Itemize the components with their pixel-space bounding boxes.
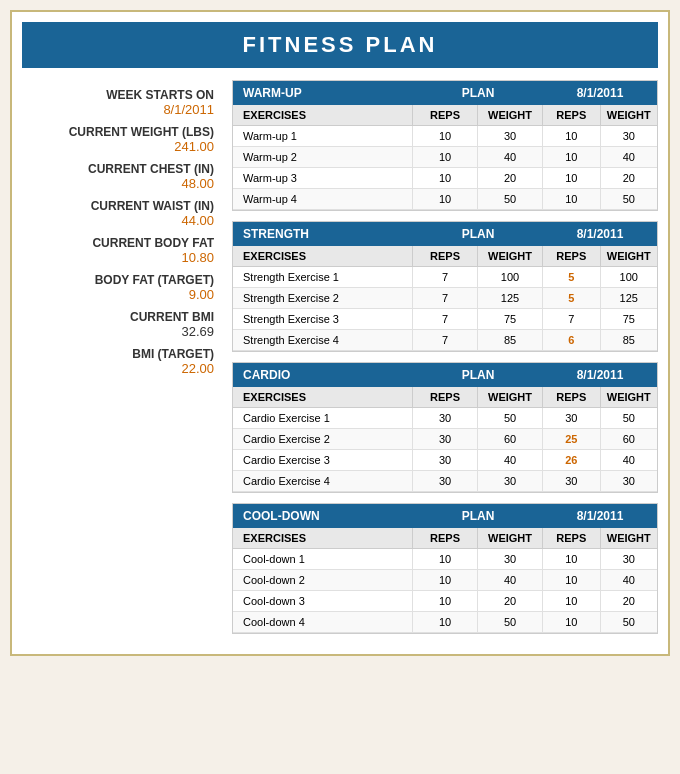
cardio-reps-2: 30 <box>413 429 478 449</box>
strength-col-ex: EXERCISES <box>233 246 413 266</box>
cardio-ex-2: Cardio Exercise 2 <box>233 429 413 449</box>
warmup-dweight-2: 40 <box>601 147 658 167</box>
warmup-header: WARM-UP PLAN 8/1/2011 <box>233 81 657 105</box>
warmup-weight-1: 30 <box>478 126 543 146</box>
cooldown-dweight-4: 50 <box>601 612 658 632</box>
strength-reps-1: 7 <box>413 267 478 287</box>
cooldown-row-1: Cool-down 1 10 30 10 30 <box>233 549 657 570</box>
strength-reps-3: 7 <box>413 309 478 329</box>
cooldown-dreps-1: 10 <box>543 549 601 569</box>
current-chest-value: 48.00 <box>22 176 214 191</box>
cooldown-dreps-3: 10 <box>543 591 601 611</box>
warmup-reps-2: 10 <box>413 147 478 167</box>
cooldown-reps-2: 10 <box>413 570 478 590</box>
cardio-dweight-3: 40 <box>601 450 658 470</box>
cooldown-reps-3: 10 <box>413 591 478 611</box>
cardio-dreps-3: 26 <box>543 450 601 470</box>
page-title: FITNESS PLAN <box>22 22 658 68</box>
cardio-dweight-1: 50 <box>601 408 658 428</box>
cardio-dreps-2: 25 <box>543 429 601 449</box>
week-starts-value: 8/1/2011 <box>22 102 214 117</box>
warmup-dreps-3: 10 <box>543 168 601 188</box>
cardio-dweight-4: 30 <box>601 471 658 491</box>
warmup-ex-4: Warm-up 4 <box>233 189 413 209</box>
cooldown-weight-1: 30 <box>478 549 543 569</box>
cooldown-ex-3: Cool-down 3 <box>233 591 413 611</box>
cardio-dweight-2: 60 <box>601 429 658 449</box>
warmup-col-weight2: WEIGHT <box>601 105 658 125</box>
strength-row-4: Strength Exercise 4 7 85 6 85 <box>233 330 657 351</box>
cardio-weight-2: 60 <box>478 429 543 449</box>
strength-ex-2: Strength Exercise 2 <box>233 288 413 308</box>
strength-title: STRENGTH <box>233 222 413 246</box>
cooldown-section: COOL-DOWN PLAN 8/1/2011 EXERCISES REPS W… <box>232 503 658 634</box>
warmup-col-ex: EXERCISES <box>233 105 413 125</box>
strength-row-2: Strength Exercise 2 7 125 5 125 <box>233 288 657 309</box>
cooldown-col-reps: REPS <box>413 528 478 548</box>
strength-weight-4: 85 <box>478 330 543 350</box>
strength-dreps-4: 6 <box>543 330 601 350</box>
cardio-weight-4: 30 <box>478 471 543 491</box>
warmup-reps-3: 10 <box>413 168 478 188</box>
strength-weight-1: 100 <box>478 267 543 287</box>
cardio-title: CARDIO <box>233 363 413 387</box>
cardio-ex-3: Cardio Exercise 3 <box>233 450 413 470</box>
cooldown-col-weight2: WEIGHT <box>601 528 658 548</box>
warmup-dreps-4: 10 <box>543 189 601 209</box>
cooldown-dweight-1: 30 <box>601 549 658 569</box>
cardio-header: CARDIO PLAN 8/1/2011 <box>233 363 657 387</box>
warmup-plan-label: PLAN <box>413 81 543 105</box>
warmup-reps-1: 10 <box>413 126 478 146</box>
strength-date-label: 8/1/2011 <box>543 222 657 246</box>
warmup-reps-4: 10 <box>413 189 478 209</box>
warmup-col-reps: REPS <box>413 105 478 125</box>
cooldown-row-2: Cool-down 2 10 40 10 40 <box>233 570 657 591</box>
warmup-weight-2: 40 <box>478 147 543 167</box>
current-bmi-label: CURRENT BMI <box>22 310 214 324</box>
strength-section: STRENGTH PLAN 8/1/2011 EXERCISES REPS WE… <box>232 221 658 352</box>
current-bodyfat-label: CURRENT BODY FAT <box>22 236 214 250</box>
current-bmi-value: 32.69 <box>22 324 214 339</box>
cardio-reps-4: 30 <box>413 471 478 491</box>
cardio-col-weight: WEIGHT <box>478 387 543 407</box>
main-layout: WEEK STARTS ON 8/1/2011 CURRENT WEIGHT (… <box>22 80 658 644</box>
cardio-col-weight2: WEIGHT <box>601 387 658 407</box>
warmup-ex-3: Warm-up 3 <box>233 168 413 188</box>
strength-dreps-1: 5 <box>543 267 601 287</box>
cooldown-reps-1: 10 <box>413 549 478 569</box>
cardio-reps-3: 30 <box>413 450 478 470</box>
bmi-target-label: BMI (TARGET) <box>22 347 214 361</box>
strength-dreps-3: 7 <box>543 309 601 329</box>
cardio-ex-4: Cardio Exercise 4 <box>233 471 413 491</box>
warmup-row-1: Warm-up 1 10 30 10 30 <box>233 126 657 147</box>
cardio-row-1: Cardio Exercise 1 30 50 30 50 <box>233 408 657 429</box>
cooldown-ex-1: Cool-down 1 <box>233 549 413 569</box>
cooldown-dreps-2: 10 <box>543 570 601 590</box>
current-weight-value: 241.00 <box>22 139 214 154</box>
cardio-reps-1: 30 <box>413 408 478 428</box>
cooldown-ex-2: Cool-down 2 <box>233 570 413 590</box>
cardio-dreps-1: 30 <box>543 408 601 428</box>
page-container: FITNESS PLAN WEEK STARTS ON 8/1/2011 CUR… <box>10 10 670 656</box>
left-panel: WEEK STARTS ON 8/1/2011 CURRENT WEIGHT (… <box>22 80 222 644</box>
cooldown-col-ex: EXERCISES <box>233 528 413 548</box>
cardio-ex-1: Cardio Exercise 1 <box>233 408 413 428</box>
strength-row-3: Strength Exercise 3 7 75 7 75 <box>233 309 657 330</box>
cooldown-row-4: Cool-down 4 10 50 10 50 <box>233 612 657 633</box>
warmup-row-3: Warm-up 3 10 20 10 20 <box>233 168 657 189</box>
strength-ex-3: Strength Exercise 3 <box>233 309 413 329</box>
strength-dweight-2: 125 <box>601 288 658 308</box>
cooldown-col-reps2: REPS <box>543 528 601 548</box>
cooldown-plan-label: PLAN <box>413 504 543 528</box>
cooldown-reps-4: 10 <box>413 612 478 632</box>
strength-header: STRENGTH PLAN 8/1/2011 <box>233 222 657 246</box>
bodyfat-target-value: 9.00 <box>22 287 214 302</box>
strength-ex-4: Strength Exercise 4 <box>233 330 413 350</box>
cardio-row-4: Cardio Exercise 4 30 30 30 30 <box>233 471 657 492</box>
warmup-date-label: 8/1/2011 <box>543 81 657 105</box>
cardio-dreps-4: 30 <box>543 471 601 491</box>
cardio-weight-1: 50 <box>478 408 543 428</box>
cooldown-header: COOL-DOWN PLAN 8/1/2011 <box>233 504 657 528</box>
strength-dreps-2: 5 <box>543 288 601 308</box>
warmup-weight-3: 20 <box>478 168 543 188</box>
